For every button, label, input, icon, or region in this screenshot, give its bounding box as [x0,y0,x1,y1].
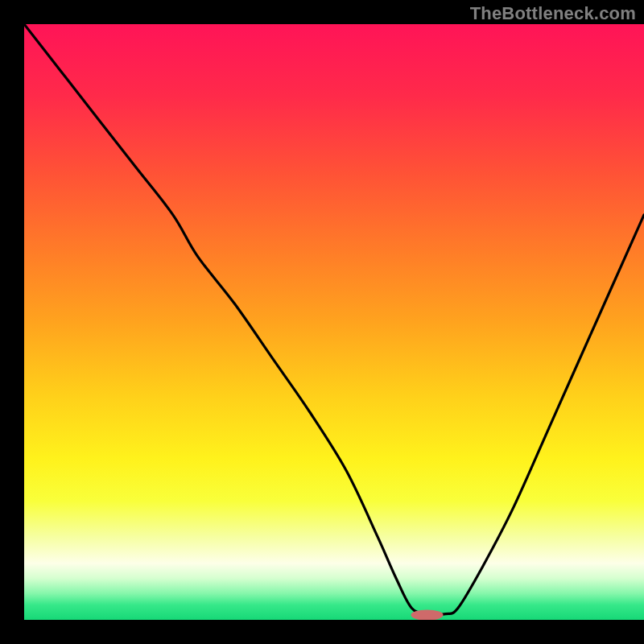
gradient-background [24,24,644,620]
chart-frame: TheBottleneck.com [0,0,644,644]
plot-area [24,24,644,620]
bottleneck-chart-svg [24,24,644,620]
watermark-text: TheBottleneck.com [470,3,636,24]
